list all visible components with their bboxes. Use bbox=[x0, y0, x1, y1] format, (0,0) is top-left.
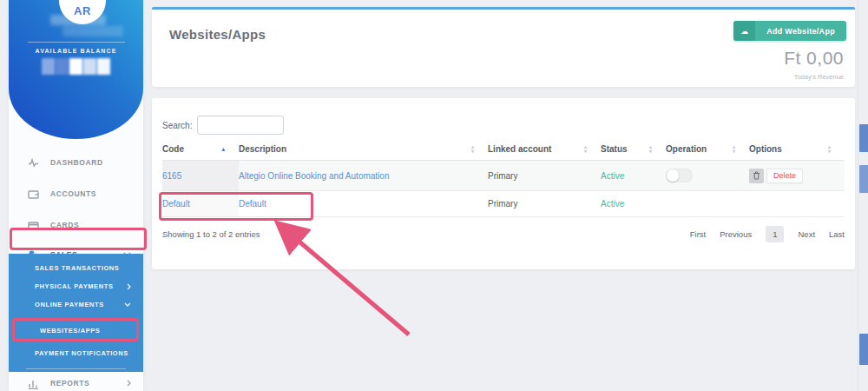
column-header-code[interactable]: Code ▴ bbox=[162, 144, 239, 154]
sidebar-item-label: ACCOUNTS bbox=[50, 189, 96, 198]
submenu-item-payment-notifications[interactable]: PAYMENT NOTIFICATIONS bbox=[9, 344, 143, 362]
divider bbox=[28, 42, 125, 43]
sales-submenu: SALES TRANSACTIONS PHYSICAL PAYMENTS ONL… bbox=[9, 254, 143, 372]
trash-icon bbox=[749, 169, 764, 183]
divider bbox=[26, 368, 126, 369]
sidebar-item-dashboard[interactable]: DASHBOARD bbox=[9, 149, 143, 176]
todays-revenue-amount: Ft 0,00 bbox=[784, 48, 844, 69]
column-label: Status bbox=[601, 144, 628, 154]
bar-chart-icon bbox=[28, 378, 39, 389]
delete-button-label: Delete bbox=[766, 169, 803, 183]
add-website-app-button[interactable]: ☁ Add Website/App bbox=[733, 21, 846, 41]
sort-icon: ▴▾ bbox=[649, 145, 652, 153]
wallet-icon bbox=[28, 189, 39, 200]
page-header-card: Websites/Apps ☁ Add Website/App Ft 0,00 … bbox=[152, 7, 855, 87]
table-footer: Showing 1 to 2 of 2 entries First Previo… bbox=[162, 219, 845, 249]
pagination-next[interactable]: Next bbox=[798, 229, 815, 239]
delete-button[interactable]: Delete bbox=[749, 169, 803, 183]
chevron-down-icon bbox=[124, 302, 131, 307]
redacted-username-line2 bbox=[62, 26, 123, 36]
sidebar-item-label: REPORTS bbox=[50, 379, 89, 388]
submenu-item-label: SALES TRANSACTIONS bbox=[35, 264, 119, 272]
sort-icon: ▴▾ bbox=[471, 145, 474, 153]
sidebar: AR AVAILABLE BALANCE DASHBOARD bbox=[9, 0, 143, 391]
pagination: First Previous 1 Next Last bbox=[690, 226, 845, 242]
sidebar-item-reports[interactable]: REPORTS bbox=[9, 374, 143, 391]
add-button-label: Add Website/App bbox=[755, 21, 846, 41]
redacted-balance-value bbox=[9, 58, 143, 75]
column-label: Options bbox=[749, 144, 782, 154]
column-header-linked-account[interactable]: Linked account ▴▾ bbox=[488, 144, 601, 154]
linked-account-value: Primary bbox=[488, 199, 517, 209]
cloud-icon: ☁ bbox=[733, 21, 755, 41]
linked-account-value: Primary bbox=[488, 171, 517, 181]
scrollbar-mark bbox=[859, 124, 868, 152]
operation-toggle[interactable] bbox=[666, 169, 693, 182]
sidebar-item-accounts[interactable]: ACCOUNTS bbox=[9, 181, 143, 207]
column-label: Operation bbox=[666, 144, 707, 154]
chevron-right-icon bbox=[127, 283, 131, 290]
dashboard-icon bbox=[28, 157, 39, 169]
submenu-item-sales-transactions[interactable]: SALES TRANSACTIONS bbox=[9, 259, 143, 277]
sort-icon: ▴▾ bbox=[584, 145, 587, 153]
toggle-knob bbox=[667, 169, 679, 182]
table-row: 6165 Altegio Online Booking and Automati… bbox=[162, 161, 845, 191]
chevron-right-icon bbox=[127, 380, 131, 387]
code-link[interactable]: 6165 bbox=[162, 171, 181, 181]
pagination-first[interactable]: First bbox=[690, 229, 706, 239]
submenu-item-label: ONLINE PAYMENTS bbox=[35, 301, 104, 308]
sidebar-menu: DASHBOARD ACCOUNTS CARDS SALES bbox=[9, 149, 143, 268]
column-header-options[interactable]: Options ▴▾ bbox=[749, 144, 845, 154]
sidebar-profile-panel: AR AVAILABLE BALANCE bbox=[9, 0, 143, 139]
sort-ascending-icon: ▴ bbox=[221, 146, 225, 153]
table-search-row: Search: bbox=[162, 116, 845, 135]
submenu-item-physical-payments[interactable]: PHYSICAL PAYMENTS bbox=[9, 277, 143, 295]
pagination-page-1[interactable]: 1 bbox=[766, 226, 784, 242]
column-label: Linked account bbox=[488, 144, 551, 154]
search-input[interactable] bbox=[197, 116, 284, 135]
scrollbar-mark bbox=[859, 334, 868, 365]
description-link[interactable]: Default bbox=[239, 199, 266, 209]
sort-icon: ▴▾ bbox=[828, 145, 831, 153]
available-balance-label: AVAILABLE BALANCE bbox=[9, 48, 143, 54]
websites-table-card: Search: Code ▴ Description ▴▾ Linked acc… bbox=[152, 98, 855, 269]
sidebar-item-label: CARDS bbox=[50, 221, 79, 229]
status-badge: Active bbox=[601, 199, 624, 209]
submenu-item-websites-apps[interactable]: WEBSITES/APPS bbox=[9, 319, 143, 341]
column-header-status[interactable]: Status ▴▾ bbox=[601, 144, 666, 154]
column-header-description[interactable]: Description ▴▾ bbox=[239, 144, 488, 154]
sort-icon: ▴▾ bbox=[733, 145, 735, 153]
submenu-item-label: PHYSICAL PAYMENTS bbox=[35, 282, 114, 290]
table-header-row: Code ▴ Description ▴▾ Linked account ▴▾ … bbox=[162, 138, 845, 161]
sidebar-item-cards[interactable]: CARDS bbox=[9, 212, 143, 238]
search-label: Search: bbox=[162, 121, 192, 130]
pagination-last[interactable]: Last bbox=[829, 229, 845, 239]
column-header-operation[interactable]: Operation ▴▾ bbox=[666, 144, 749, 154]
column-label: Code bbox=[162, 144, 184, 154]
submenu-item-label: PAYMENT NOTIFICATIONS bbox=[35, 349, 128, 357]
page-title: Websites/Apps bbox=[169, 27, 266, 42]
column-label: Description bbox=[239, 144, 286, 154]
scrollbar[interactable] bbox=[858, 0, 868, 391]
status-badge: Active bbox=[601, 171, 624, 181]
credit-card-icon bbox=[28, 220, 39, 231]
showing-entries-text: Showing 1 to 2 of 2 entries bbox=[162, 229, 260, 239]
description-link[interactable]: Altegio Online Booking and Automation bbox=[239, 171, 389, 181]
code-link[interactable]: Default bbox=[162, 199, 190, 209]
pagination-previous[interactable]: Previous bbox=[720, 229, 752, 239]
table-row: Default Default Primary Active bbox=[162, 191, 845, 217]
scrollbar-mark bbox=[859, 165, 868, 193]
submenu-item-label: WEBSITES/APPS bbox=[40, 327, 100, 335]
sidebar-item-label: DASHBOARD bbox=[50, 158, 103, 167]
todays-revenue-caption: Today's Revenue bbox=[794, 73, 844, 81]
submenu-item-online-payments[interactable]: ONLINE PAYMENTS bbox=[9, 295, 143, 314]
app-page: AR AVAILABLE BALANCE DASHBOARD bbox=[0, 0, 868, 391]
